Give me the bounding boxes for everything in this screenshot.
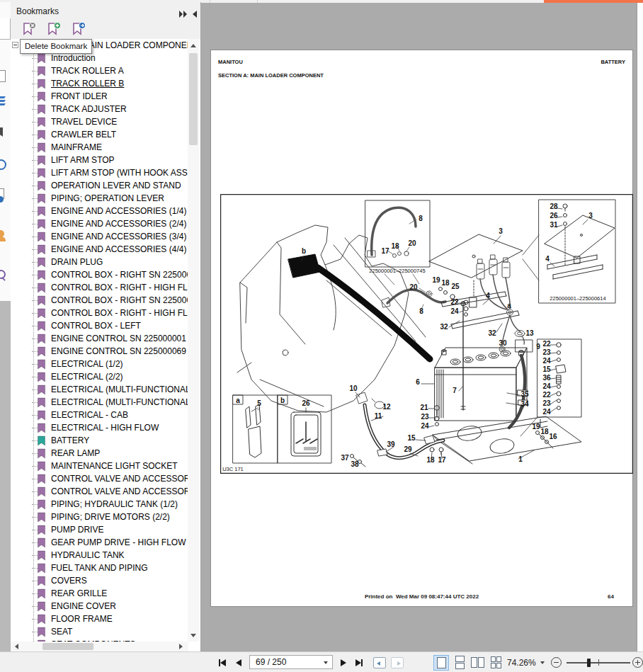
page-number-value: 69 / 250 <box>256 657 286 667</box>
bookmark-item[interactable]: FUEL TANK AND PIPING <box>11 562 188 574</box>
document-view-area: MANITOU BATTERY SECTION A: MAIN LOADER C… <box>201 3 643 651</box>
layers-tab-icon[interactable] <box>0 100 6 102</box>
panel-expand-icon[interactable] <box>178 8 188 21</box>
bookmark-item[interactable]: ELECTRICAL (2/2) <box>11 370 188 383</box>
zoom-out-button[interactable] <box>551 652 562 672</box>
scroll-right-icon[interactable] <box>176 642 186 651</box>
bookmark-item[interactable]: PIPING; HYDRAULIC TANK (1/2) <box>11 498 188 511</box>
bookmark-item[interactable]: PIPING; DRIVE MOTORS (2/2) <box>11 511 188 523</box>
diagram-callout: 25 <box>451 283 460 290</box>
bookmark-list: Introduction TRACK ROLLER A TRACK ROLLER… <box>11 52 188 642</box>
bookmark-item[interactable]: TRACK ADJUSTER <box>11 103 188 115</box>
comments-tab-icon[interactable] <box>0 159 6 170</box>
bookmark-item[interactable]: FLOOR FRAME <box>11 613 188 625</box>
bookmark-item[interactable]: CONTROL BOX - RIGHT - HIGH FLO <box>11 281 188 294</box>
bookmark-item[interactable]: ENGINE AND ACCESSORIES (3/4) <box>11 230 188 243</box>
bookmark-item[interactable]: ELECTRICAL (MULTI-FUNCTIONAL <box>11 396 188 409</box>
bookmark-item[interactable]: LIFT ARM STOP (WITH HOOK ASS <box>11 166 188 179</box>
facing-view-button[interactable] <box>470 652 485 672</box>
bookmark-item[interactable]: CONTROL BOX - RIGHT SN 225000 <box>11 294 188 307</box>
bookmark-item[interactable]: MAINTENANCE LIGHT SOCKET <box>11 460 188 472</box>
document-scrollbar[interactable] <box>637 3 643 651</box>
tab-strip-lower-band <box>0 301 11 651</box>
add-bookmark-button[interactable] <box>47 21 62 37</box>
zoom-slider-thumb[interactable] <box>587 659 591 667</box>
bookmarks-tab-icon[interactable] <box>0 127 3 137</box>
diagram-callout: 225000001–225000745 <box>369 268 425 274</box>
next-page-button[interactable] <box>337 652 350 672</box>
continuous-view-button[interactable] <box>452 652 467 672</box>
scroll-left-icon[interactable] <box>11 642 21 651</box>
diagram-callout: 8 <box>419 215 423 222</box>
diagram-callout: 225000001–225000614 <box>550 295 605 302</box>
bookmark-item[interactable]: ENGINE AND ACCESSORIES (1/4) <box>11 205 188 217</box>
next-view-button[interactable] <box>391 652 404 672</box>
bookmark-item[interactable]: CONTROL BOX - RIGHT SN 225000 <box>11 268 188 281</box>
bookmark-item[interactable]: CRAWLER BELT <box>11 128 188 141</box>
zoom-level-display[interactable]: 74.26% <box>507 652 545 672</box>
bookmark-item[interactable]: CONTROL BOX - RIGHT - HIGH FLO <box>11 307 188 319</box>
bookmark-item[interactable]: ENGINE CONTROL SN 225000069 a <box>11 345 188 358</box>
bookmark-item[interactable]: PIPING; OPERATION LEVER <box>11 192 188 205</box>
bookmark-item[interactable]: HYDRAULIC TANK <box>11 549 188 562</box>
panel-collapse-icon[interactable] <box>191 8 198 21</box>
bookmark-item[interactable]: ENGINE AND ACCESSORIES (2/4) <box>11 217 188 230</box>
bookmark-item[interactable]: BATTERY <box>11 434 188 447</box>
pages-tab-icon[interactable] <box>0 70 6 82</box>
bookmark-item[interactable]: ELECTRICAL (MULTI-FUNCTIONAL <box>11 383 188 396</box>
bookmark-item[interactable]: TRAVEL DEVICE <box>11 115 188 128</box>
scroll-up-icon[interactable] <box>188 40 198 50</box>
bookmark-item[interactable]: CONTROL BOX - LEFT <box>11 319 188 332</box>
layers-tab-icon[interactable] <box>0 96 6 98</box>
horizontal-scroll-thumb[interactable] <box>42 643 93 650</box>
bookmark-item[interactable]: ELECTRICAL (1/2) <box>11 358 188 370</box>
bookmarks-vertical-scrollbar[interactable] <box>188 39 199 642</box>
bookmark-item[interactable]: SEAT <box>11 625 188 638</box>
page-dropdown-caret-icon[interactable] <box>324 661 328 664</box>
bookmark-item[interactable]: TRACK ROLLER A <box>11 64 188 77</box>
diagram-callout: 4 <box>486 292 490 300</box>
bookmark-item[interactable]: ELECTRICAL - HIGH FLOW <box>11 421 188 434</box>
bookmark-item[interactable]: PUMP DRIVE <box>11 523 188 536</box>
zoom-dropdown-caret-icon[interactable] <box>540 661 545 664</box>
zoom-level-value: 74.26% <box>507 658 536 668</box>
bookmark-item[interactable]: ENGINE AND ACCESSORIES (4/4) <box>11 243 188 256</box>
bookmarks-horizontal-scrollbar[interactable] <box>11 642 188 651</box>
previous-view-button[interactable] <box>373 652 386 672</box>
previous-page-button[interactable] <box>232 652 245 672</box>
scroll-down-icon[interactable] <box>188 630 198 640</box>
bookmark-flag-icon <box>37 117 46 127</box>
bookmark-item[interactable]: ENGINE COVER <box>11 600 188 613</box>
delete-bookmark-button[interactable] <box>22 21 38 37</box>
bookmark-item[interactable]: CONTROL VALVE AND ACCESSORIE <box>11 485 188 498</box>
first-page-button[interactable] <box>216 652 229 672</box>
bookmark-item[interactable]: REAR GRILLE <box>11 587 188 600</box>
bookmark-item[interactable]: ELECTRICAL - CAB <box>11 409 188 421</box>
page-number-input[interactable]: 69 / 250 <box>249 655 333 669</box>
zoom-in-button[interactable] <box>632 652 643 672</box>
bookmark-item[interactable]: TRACK ROLLER B <box>11 77 188 90</box>
bookmark-item[interactable]: FRONT IDLER <box>11 90 188 103</box>
bookmark-item[interactable]: REAR LAMP <box>11 447 188 460</box>
last-page-button[interactable] <box>353 652 365 672</box>
vertical-scroll-thumb[interactable] <box>189 53 198 145</box>
diagram-callout: b <box>302 247 306 255</box>
bookmark-item[interactable]: DRAIN PLUG <box>11 256 188 268</box>
bookmark-item[interactable]: COVERS <box>11 574 188 587</box>
bookmark-item[interactable]: ENGINE CONTROL SN 225000001 - <box>11 332 188 345</box>
bookmark-item[interactable]: MAINFRAME <box>11 141 188 154</box>
collapse-minus-icon[interactable] <box>12 42 18 48</box>
bookmark-item[interactable]: OPERATION LEVER AND STAND <box>11 179 188 192</box>
single-page-view-button[interactable] <box>433 652 449 672</box>
bookmark-flag-icon <box>37 257 46 268</box>
bookmark-flag-icon <box>37 550 46 561</box>
continuous-facing-view-button[interactable] <box>488 652 503 672</box>
bookmark-destination-button[interactable] <box>72 21 87 37</box>
layers-tab-icon[interactable] <box>0 103 6 106</box>
bookmark-item[interactable]: LIFT ARM STOP <box>11 154 188 166</box>
diagram-callout: 15 <box>407 434 416 442</box>
bookmark-item[interactable]: CONTROL VALVE AND ACCESSORIE <box>11 472 188 485</box>
diagram-callout: U3C 171 <box>222 466 244 472</box>
bookmark-item[interactable]: GEAR PUMP DRIVE - HIGH FLOW <box>11 536 188 549</box>
diagram-callout: 9 <box>536 343 540 351</box>
